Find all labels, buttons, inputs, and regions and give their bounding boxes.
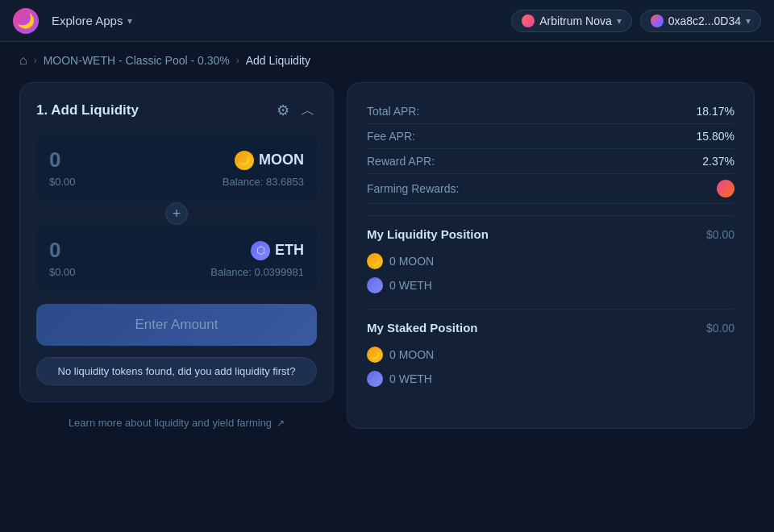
plus-icon[interactable]: +: [165, 202, 188, 225]
total-apr-row: Total APR: 18.17%: [367, 99, 734, 124]
farming-rewards-label: Farming Rewards:: [367, 182, 459, 195]
enter-amount-button[interactable]: Enter Amount: [36, 304, 317, 346]
liquidity-weth-row: ⬡ 0 WETH: [367, 273, 734, 297]
network-icon: [522, 15, 535, 27]
token-a-balance: Balance: 83.6853: [223, 176, 304, 188]
liquidity-weth-icon: ⬡: [367, 277, 383, 293]
card-title: 1. Add Liquidity: [36, 102, 139, 118]
tooltip-bubble: No liquidity tokens found, did you add l…: [36, 357, 317, 385]
liquidity-moon-row: 🌙 0 MOON: [367, 249, 734, 273]
main-content: 1. Add Liquidity ⚙ ︿ 0 🌙 MOON $0.00: [0, 82, 774, 429]
moon-token-icon: 🌙: [235, 151, 254, 170]
card-actions: ⚙ ︿: [275, 99, 317, 122]
wallet-address-button[interactable]: 0xa8c2...0D34 ▾: [640, 10, 761, 32]
farming-reward-icon: [717, 180, 734, 197]
plus-divider: +: [36, 202, 317, 225]
token-a-usd-value: $0.00: [49, 176, 76, 188]
nav-left: 🌙 Explore Apps ▾: [13, 8, 139, 34]
staked-weth-icon: ⬡: [367, 371, 383, 387]
breadcrumb-sep-1: ›: [34, 55, 37, 66]
liquidity-position-header: My Liquidity Position $0.00: [367, 227, 734, 241]
total-apr-label: Total APR:: [367, 105, 419, 118]
staked-position-header: My Staked Position $0.00: [367, 321, 734, 335]
staked-weth-amount: 0 WETH: [389, 372, 432, 385]
collapse-button[interactable]: ︿: [299, 99, 317, 122]
fee-apr-label: Fee APR:: [367, 130, 415, 143]
top-navigation: 🌙 Explore Apps ▾ Arbitrum Nova ▾ 0xa8c2.…: [0, 0, 774, 42]
farming-rewards-row: Farming Rewards:: [367, 174, 734, 204]
section-divider-1: [367, 215, 734, 216]
eth-token-icon: ⬡: [251, 241, 270, 260]
liquidity-weth-amount: 0 WETH: [389, 279, 432, 292]
reward-apr-value: 2.37%: [702, 155, 734, 168]
network-selector[interactable]: Arbitrum Nova ▾: [511, 10, 631, 32]
staked-moon-icon: 🌙: [367, 347, 383, 363]
staked-moon-amount: 0 MOON: [389, 348, 434, 361]
breadcrumb-home-icon[interactable]: ⌂: [19, 53, 27, 68]
right-panel: Total APR: 18.17% Fee APR: 15.80% Reward…: [347, 82, 755, 429]
reward-apr-row: Reward APR: 2.37%: [367, 149, 734, 174]
section-divider-2: [367, 309, 734, 310]
token-a-amount[interactable]: 0: [49, 148, 60, 172]
token-a-bottom: $0.00 Balance: 83.6853: [49, 176, 304, 188]
staked-moon-row: 🌙 0 MOON: [367, 343, 734, 367]
token-b-balance: Balance: 0.0399981: [210, 266, 304, 278]
breadcrumb-sep-2: ›: [236, 55, 239, 66]
token-b-bottom: $0.00 Balance: 0.0399981: [49, 266, 304, 278]
nav-right: Arbitrum Nova ▾ 0xa8c2...0D34 ▾: [511, 10, 761, 32]
liquidity-position-title: My Liquidity Position: [367, 227, 489, 241]
fee-apr-value: 15.80%: [697, 130, 734, 143]
add-liquidity-card: 1. Add Liquidity ⚙ ︿ 0 🌙 MOON $0.00: [19, 82, 334, 402]
staked-position-value: $0.00: [706, 322, 734, 335]
explore-apps-label: Explore Apps: [52, 14, 123, 27]
staked-weth-row: ⬡ 0 WETH: [367, 367, 734, 391]
learn-more-link[interactable]: Learn more about liquidity and yield far…: [19, 417, 334, 429]
settings-button[interactable]: ⚙: [275, 100, 291, 121]
token-b-input-row: 0 ⬡ ETH $0.00 Balance: 0.0399981: [36, 227, 317, 289]
token-b-name: ETH: [275, 242, 304, 259]
token-a-top: 0 🌙 MOON: [49, 148, 304, 172]
token-a-name: MOON: [259, 152, 304, 168]
token-a-selector[interactable]: 🌙 MOON: [235, 151, 304, 170]
breadcrumb: ⌂ › MOON-WETH - Classic Pool - 0.30% › A…: [0, 42, 774, 79]
token-b-amount[interactable]: 0: [49, 238, 60, 263]
token-b-selector[interactable]: ⬡ ETH: [251, 241, 304, 260]
liquidity-position-value: $0.00: [706, 228, 734, 241]
network-name: Arbitrum Nova: [539, 15, 611, 27]
tooltip-text: No liquidity tokens found, did you add l…: [58, 365, 296, 377]
token-b-top: 0 ⬡ ETH: [49, 238, 304, 263]
left-panel: 1. Add Liquidity ⚙ ︿ 0 🌙 MOON $0.00: [19, 82, 334, 429]
chevron-down-icon: ▾: [127, 15, 132, 27]
token-b-usd-value: $0.00: [49, 266, 76, 278]
explore-apps-button[interactable]: Explore Apps ▾: [45, 10, 139, 31]
network-chevron-icon: ▾: [617, 15, 622, 27]
total-apr-value: 18.17%: [697, 105, 734, 118]
staked-position-title: My Staked Position: [367, 321, 478, 335]
token-a-input-row: 0 🌙 MOON $0.00 Balance: 83.6853: [36, 136, 317, 199]
wallet-chevron-icon: ▾: [746, 15, 751, 27]
breadcrumb-pool-link[interactable]: MOON-WETH - Classic Pool - 0.30%: [44, 54, 230, 67]
logo[interactable]: 🌙: [13, 8, 39, 34]
reward-apr-label: Reward APR:: [367, 155, 435, 168]
liquidity-moon-icon: 🌙: [367, 253, 383, 269]
breadcrumb-current-page: Add Liquidity: [246, 54, 310, 67]
liquidity-moon-amount: 0 MOON: [389, 255, 434, 268]
card-header: 1. Add Liquidity ⚙ ︿: [36, 99, 317, 122]
external-link-icon: ↗: [277, 418, 285, 429]
fee-apr-row: Fee APR: 15.80%: [367, 124, 734, 149]
learn-more-label: Learn more about liquidity and yield far…: [69, 417, 272, 429]
wallet-avatar-icon: [651, 15, 664, 27]
wallet-address-label: 0xa8c2...0D34: [668, 15, 741, 27]
